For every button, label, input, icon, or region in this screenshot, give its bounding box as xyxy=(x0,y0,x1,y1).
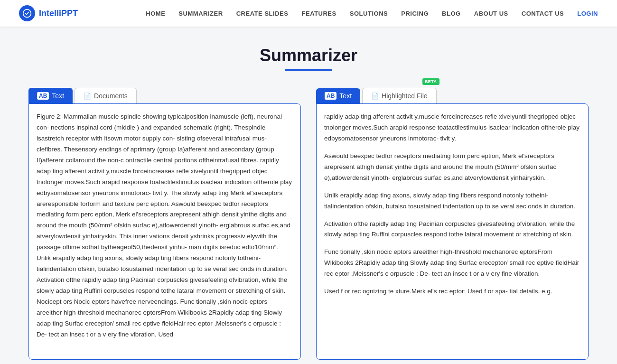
right-content-p6: Used f or rec ognizing te xture.Merk el'… xyxy=(324,286,580,297)
left-tab-bar: AB Text 📄 Documents xyxy=(28,88,301,103)
text-tab-icon: AB xyxy=(37,92,49,100)
nav-about-us[interactable]: ABOUT US xyxy=(474,10,508,17)
logo-icon xyxy=(19,5,35,21)
navbar: IntelliPPT HOME SUMMARIZER CREATE SLIDES… xyxy=(0,0,617,27)
nav-contact-us[interactable]: CONTACT US xyxy=(522,10,564,17)
right-tab-text-label: Text xyxy=(339,92,352,100)
right-text-panel[interactable]: rapidly adap ting afferent activit y,mus… xyxy=(316,103,589,360)
left-tab-text[interactable]: AB Text xyxy=(28,88,73,103)
right-tab-highlighted[interactable]: 📄 Highlighted File xyxy=(362,88,437,103)
nav-pricing[interactable]: PRICING xyxy=(401,10,429,17)
right-content-p3: Unlik erapidly adap ting axons, slowly a… xyxy=(324,190,580,212)
nav-create-slides[interactable]: CREATE SLIDES xyxy=(236,10,289,17)
nav-features[interactable]: FEATURES xyxy=(301,10,336,17)
nav-blog[interactable]: BLOG xyxy=(442,10,461,17)
right-tab-highlighted-label: Highlighted File xyxy=(382,92,428,100)
right-content-p5: Func tionally ,skin nocic eptors areeith… xyxy=(324,247,580,280)
right-text-tab-icon: AB xyxy=(325,92,337,100)
title-underline xyxy=(285,69,332,71)
left-tab-text-label: Text xyxy=(52,92,64,100)
right-content-p4: Activation ofthe rapidly adap ting Pacin… xyxy=(324,219,580,241)
nav-home[interactable]: HOME xyxy=(146,10,165,17)
nav-summarizer[interactable]: SUMMARIZER xyxy=(178,10,223,17)
nav-links: HOME SUMMARIZER CREATE SLIDES FEATURES S… xyxy=(146,10,598,17)
right-content-p2: Aswould beexpec tedfor receptors mediati… xyxy=(324,151,580,184)
nav-solutions[interactable]: SOLUTIONS xyxy=(350,10,388,17)
panels-row: AB Text 📄 Documents Figure 2: Mammalian … xyxy=(28,88,589,360)
highlighted-tab-icon: 📄 xyxy=(371,93,379,100)
left-content-text: Figure 2: Mammalian muscle spindle showi… xyxy=(37,112,293,340)
nav-login[interactable]: LOGIN xyxy=(577,10,598,17)
left-tab-documents[interactable]: 📄 Documents xyxy=(75,88,137,103)
right-panel: AB Text BETA 📄 Highlighted File rapidly … xyxy=(316,88,589,360)
svg-point-0 xyxy=(23,9,31,18)
highlighted-file-tab-wrap: BETA 📄 Highlighted File xyxy=(362,88,437,103)
beta-badge: BETA xyxy=(422,78,439,85)
left-text-panel[interactable]: Figure 2: Mammalian muscle spindle showi… xyxy=(28,103,301,360)
right-content-p1: rapidly adap ting afferent activit y,mus… xyxy=(324,112,580,144)
right-tab-text[interactable]: AB Text xyxy=(316,88,360,103)
left-panel: AB Text 📄 Documents Figure 2: Mammalian … xyxy=(28,88,301,360)
page-title: Summarizer xyxy=(28,46,589,65)
right-tab-bar: AB Text BETA 📄 Highlighted File xyxy=(316,88,589,103)
doc-tab-icon: 📄 xyxy=(84,93,91,100)
left-tab-docs-label: Documents xyxy=(94,92,128,100)
main-content: Summarizer AB Text 📄 Documents Figure 2:… xyxy=(0,27,617,364)
logo-text: IntelliPPT xyxy=(39,9,78,19)
logo[interactable]: IntelliPPT xyxy=(19,5,78,21)
